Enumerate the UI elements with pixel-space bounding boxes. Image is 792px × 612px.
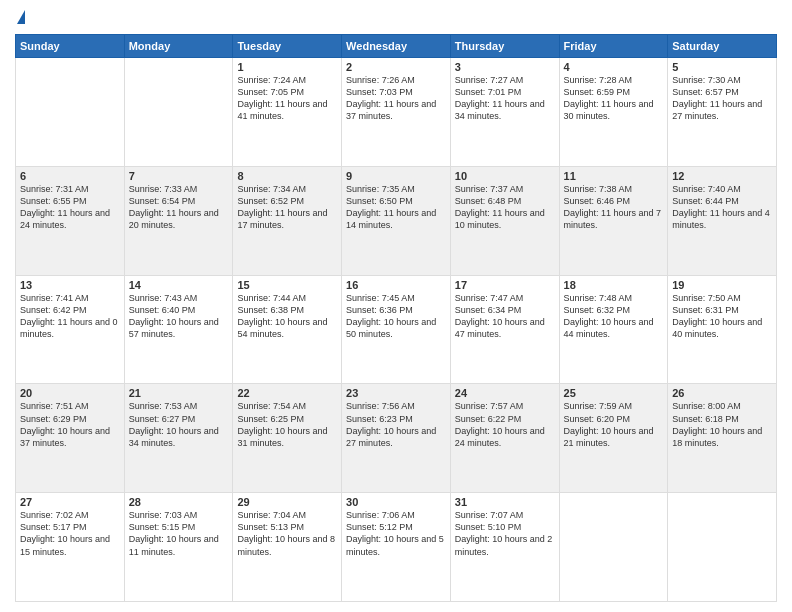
cell-details: Sunrise: 7:50 AM Sunset: 6:31 PM Dayligh… [672,292,772,341]
cell-details: Sunrise: 7:06 AM Sunset: 5:12 PM Dayligh… [346,509,446,558]
day-number: 20 [20,387,120,399]
day-number: 14 [129,279,229,291]
cell-details: Sunrise: 7:56 AM Sunset: 6:23 PM Dayligh… [346,400,446,449]
cell-details: Sunrise: 7:07 AM Sunset: 5:10 PM Dayligh… [455,509,555,558]
calendar-cell: 14Sunrise: 7:43 AM Sunset: 6:40 PM Dayli… [124,275,233,384]
cell-details: Sunrise: 7:02 AM Sunset: 5:17 PM Dayligh… [20,509,120,558]
cell-details: Sunrise: 7:03 AM Sunset: 5:15 PM Dayligh… [129,509,229,558]
calendar-cell: 27Sunrise: 7:02 AM Sunset: 5:17 PM Dayli… [16,493,125,602]
calendar-cell [559,493,668,602]
logo-triangle-icon [17,10,25,24]
calendar-cell: 7Sunrise: 7:33 AM Sunset: 6:54 PM Daylig… [124,166,233,275]
day-number: 7 [129,170,229,182]
weekday-header-thursday: Thursday [450,35,559,58]
day-number: 30 [346,496,446,508]
calendar-cell: 2Sunrise: 7:26 AM Sunset: 7:03 PM Daylig… [342,58,451,167]
calendar-cell: 15Sunrise: 7:44 AM Sunset: 6:38 PM Dayli… [233,275,342,384]
cell-details: Sunrise: 7:47 AM Sunset: 6:34 PM Dayligh… [455,292,555,341]
calendar-cell: 1Sunrise: 7:24 AM Sunset: 7:05 PM Daylig… [233,58,342,167]
calendar-cell: 10Sunrise: 7:37 AM Sunset: 6:48 PM Dayli… [450,166,559,275]
header [15,10,777,26]
day-number: 10 [455,170,555,182]
calendar-cell: 18Sunrise: 7:48 AM Sunset: 6:32 PM Dayli… [559,275,668,384]
day-number: 12 [672,170,772,182]
calendar-cell: 3Sunrise: 7:27 AM Sunset: 7:01 PM Daylig… [450,58,559,167]
day-number: 1 [237,61,337,73]
day-number: 8 [237,170,337,182]
day-number: 17 [455,279,555,291]
weekday-header-wednesday: Wednesday [342,35,451,58]
weekday-header-sunday: Sunday [16,35,125,58]
calendar-week-5: 27Sunrise: 7:02 AM Sunset: 5:17 PM Dayli… [16,493,777,602]
day-number: 11 [564,170,664,182]
calendar-cell: 26Sunrise: 8:00 AM Sunset: 6:18 PM Dayli… [668,384,777,493]
cell-details: Sunrise: 7:28 AM Sunset: 6:59 PM Dayligh… [564,74,664,123]
cell-details: Sunrise: 7:34 AM Sunset: 6:52 PM Dayligh… [237,183,337,232]
day-number: 19 [672,279,772,291]
weekday-header-row: SundayMondayTuesdayWednesdayThursdayFrid… [16,35,777,58]
cell-details: Sunrise: 7:45 AM Sunset: 6:36 PM Dayligh… [346,292,446,341]
calendar-cell: 8Sunrise: 7:34 AM Sunset: 6:52 PM Daylig… [233,166,342,275]
calendar-table: SundayMondayTuesdayWednesdayThursdayFrid… [15,34,777,602]
day-number: 27 [20,496,120,508]
day-number: 6 [20,170,120,182]
cell-details: Sunrise: 7:54 AM Sunset: 6:25 PM Dayligh… [237,400,337,449]
calendar-cell: 24Sunrise: 7:57 AM Sunset: 6:22 PM Dayli… [450,384,559,493]
calendar-cell: 6Sunrise: 7:31 AM Sunset: 6:55 PM Daylig… [16,166,125,275]
day-number: 29 [237,496,337,508]
day-number: 22 [237,387,337,399]
cell-details: Sunrise: 7:35 AM Sunset: 6:50 PM Dayligh… [346,183,446,232]
weekday-header-friday: Friday [559,35,668,58]
calendar-cell: 23Sunrise: 7:56 AM Sunset: 6:23 PM Dayli… [342,384,451,493]
day-number: 24 [455,387,555,399]
day-number: 25 [564,387,664,399]
cell-details: Sunrise: 7:43 AM Sunset: 6:40 PM Dayligh… [129,292,229,341]
cell-details: Sunrise: 7:04 AM Sunset: 5:13 PM Dayligh… [237,509,337,558]
day-number: 16 [346,279,446,291]
day-number: 23 [346,387,446,399]
calendar-cell [16,58,125,167]
cell-details: Sunrise: 7:57 AM Sunset: 6:22 PM Dayligh… [455,400,555,449]
calendar-week-2: 6Sunrise: 7:31 AM Sunset: 6:55 PM Daylig… [16,166,777,275]
calendar-cell [124,58,233,167]
cell-details: Sunrise: 7:33 AM Sunset: 6:54 PM Dayligh… [129,183,229,232]
day-number: 18 [564,279,664,291]
day-number: 28 [129,496,229,508]
day-number: 21 [129,387,229,399]
calendar-cell: 4Sunrise: 7:28 AM Sunset: 6:59 PM Daylig… [559,58,668,167]
cell-details: Sunrise: 7:24 AM Sunset: 7:05 PM Dayligh… [237,74,337,123]
calendar-cell: 13Sunrise: 7:41 AM Sunset: 6:42 PM Dayli… [16,275,125,384]
day-number: 5 [672,61,772,73]
day-number: 13 [20,279,120,291]
cell-details: Sunrise: 7:26 AM Sunset: 7:03 PM Dayligh… [346,74,446,123]
cell-details: Sunrise: 7:59 AM Sunset: 6:20 PM Dayligh… [564,400,664,449]
cell-details: Sunrise: 7:30 AM Sunset: 6:57 PM Dayligh… [672,74,772,123]
cell-details: Sunrise: 7:53 AM Sunset: 6:27 PM Dayligh… [129,400,229,449]
day-number: 26 [672,387,772,399]
calendar-week-3: 13Sunrise: 7:41 AM Sunset: 6:42 PM Dayli… [16,275,777,384]
calendar-cell: 5Sunrise: 7:30 AM Sunset: 6:57 PM Daylig… [668,58,777,167]
calendar-cell: 30Sunrise: 7:06 AM Sunset: 5:12 PM Dayli… [342,493,451,602]
cell-details: Sunrise: 7:48 AM Sunset: 6:32 PM Dayligh… [564,292,664,341]
calendar-cell: 12Sunrise: 7:40 AM Sunset: 6:44 PM Dayli… [668,166,777,275]
calendar-cell: 31Sunrise: 7:07 AM Sunset: 5:10 PM Dayli… [450,493,559,602]
calendar-week-4: 20Sunrise: 7:51 AM Sunset: 6:29 PM Dayli… [16,384,777,493]
cell-details: Sunrise: 7:27 AM Sunset: 7:01 PM Dayligh… [455,74,555,123]
day-number: 3 [455,61,555,73]
cell-details: Sunrise: 7:38 AM Sunset: 6:46 PM Dayligh… [564,183,664,232]
calendar-cell: 29Sunrise: 7:04 AM Sunset: 5:13 PM Dayli… [233,493,342,602]
cell-details: Sunrise: 8:00 AM Sunset: 6:18 PM Dayligh… [672,400,772,449]
day-number: 9 [346,170,446,182]
weekday-header-saturday: Saturday [668,35,777,58]
day-number: 31 [455,496,555,508]
cell-details: Sunrise: 7:44 AM Sunset: 6:38 PM Dayligh… [237,292,337,341]
calendar-cell: 28Sunrise: 7:03 AM Sunset: 5:15 PM Dayli… [124,493,233,602]
cell-details: Sunrise: 7:51 AM Sunset: 6:29 PM Dayligh… [20,400,120,449]
logo [15,10,25,26]
cell-details: Sunrise: 7:31 AM Sunset: 6:55 PM Dayligh… [20,183,120,232]
calendar-cell: 21Sunrise: 7:53 AM Sunset: 6:27 PM Dayli… [124,384,233,493]
calendar-week-1: 1Sunrise: 7:24 AM Sunset: 7:05 PM Daylig… [16,58,777,167]
calendar-cell: 16Sunrise: 7:45 AM Sunset: 6:36 PM Dayli… [342,275,451,384]
weekday-header-tuesday: Tuesday [233,35,342,58]
calendar-cell [668,493,777,602]
